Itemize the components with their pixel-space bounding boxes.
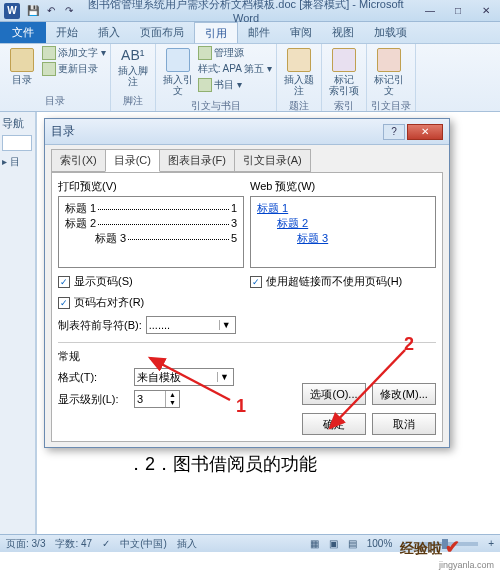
- footnote-icon: AB¹: [121, 48, 144, 63]
- group-index: 标记 索引项 索引: [322, 44, 367, 111]
- tab-leader-dropdown[interactable]: .......▼: [146, 316, 236, 334]
- dialog-tab-figures[interactable]: 图表目录(F): [159, 149, 235, 172]
- redo-icon[interactable]: ↷: [62, 4, 76, 18]
- status-page[interactable]: 页面: 3/3: [6, 537, 45, 551]
- annotation-label-1: 1: [236, 396, 246, 417]
- view-print-icon[interactable]: ▦: [310, 538, 319, 549]
- toc-icon: [10, 48, 34, 72]
- word-icon: W: [4, 3, 20, 19]
- nav-title: 导航: [2, 116, 33, 131]
- titlebar: W 💾 ↶ ↷ 图书馆管理系统用户需求分析文档模板.doc [兼容模式] - M…: [0, 0, 500, 22]
- use-hyperlink-checkbox[interactable]: ✓: [250, 276, 262, 288]
- add-text-button[interactable]: 添加文字 ▾: [42, 46, 106, 60]
- chevron-down-icon: ▼: [219, 320, 233, 330]
- dialog-close-button[interactable]: ✕: [407, 124, 443, 140]
- style-dropdown[interactable]: 样式: APA 第五 ▾: [198, 62, 272, 76]
- web-link-1: 标题 1: [257, 201, 429, 216]
- ok-button[interactable]: 确定: [302, 413, 366, 435]
- web-preview-label: Web 预览(W): [250, 179, 436, 194]
- tab-layout[interactable]: 页面布局: [130, 22, 194, 43]
- view-read-icon[interactable]: ▣: [329, 538, 338, 549]
- biblio-icon: [198, 78, 212, 92]
- dialog-title: 目录: [51, 123, 381, 140]
- status-words[interactable]: 字数: 47: [55, 537, 92, 551]
- right-align-checkbox[interactable]: ✓: [58, 297, 70, 309]
- maximize-button[interactable]: □: [444, 3, 472, 19]
- web-preview-box: 标题 1 标题 2 标题 3: [250, 196, 436, 268]
- spin-down-icon[interactable]: ▼: [166, 399, 179, 407]
- update-toc-button[interactable]: 更新目录: [42, 62, 106, 76]
- print-preview-box: 标题 11 标题 23 标题 35: [58, 196, 244, 268]
- status-proofing-icon[interactable]: ✓: [102, 538, 110, 549]
- status-language[interactable]: 中文(中国): [120, 537, 167, 551]
- group-citation: 插入引文 管理源 样式: APA 第五 ▾ 书目 ▾ 引文与书目: [156, 44, 277, 111]
- cancel-button[interactable]: 取消: [372, 413, 436, 435]
- tab-references[interactable]: 引用: [194, 22, 238, 43]
- file-tab[interactable]: 文件: [0, 22, 46, 43]
- show-page-numbers-checkbox[interactable]: ✓: [58, 276, 70, 288]
- zoom-level[interactable]: 100%: [367, 538, 393, 549]
- options-button[interactable]: 选项(O)...: [302, 383, 366, 405]
- right-align-label: 页码右对齐(R): [74, 295, 144, 310]
- show-level-input[interactable]: [135, 391, 165, 407]
- dialog-help-button[interactable]: ?: [383, 124, 405, 140]
- dialog-titlebar: 目录 ? ✕: [45, 119, 449, 145]
- show-page-numbers-label: 显示页码(S): [74, 274, 133, 289]
- modify-button[interactable]: 修改(M)...: [372, 383, 436, 405]
- bibliography-button[interactable]: 书目 ▾: [198, 78, 272, 92]
- annotation-label-2: 2: [404, 334, 414, 355]
- mark-index-button[interactable]: 标记 索引项: [326, 46, 362, 98]
- group-label-footnote: 脚注: [115, 93, 151, 109]
- manage-sources-button[interactable]: 管理源: [198, 46, 272, 60]
- toc-button[interactable]: 目录: [4, 46, 40, 87]
- tab-home[interactable]: 开始: [46, 22, 88, 43]
- document-heading: ．2．图书借阅员的功能: [127, 452, 317, 476]
- navigation-pane: 导航 ▸ 目: [0, 112, 36, 534]
- watermark-check-icon: ✔: [445, 536, 460, 558]
- show-level-label: 显示级别(L):: [58, 392, 128, 407]
- ribbon-tabs: 文件 开始 插入 页面布局 引用 邮件 审阅 视图 加载项: [0, 22, 500, 44]
- minimize-button[interactable]: —: [416, 3, 444, 19]
- index-icon: [332, 48, 356, 72]
- tab-review[interactable]: 审阅: [280, 22, 322, 43]
- add-text-icon: [42, 46, 56, 60]
- status-insert-mode[interactable]: 插入: [177, 537, 197, 551]
- show-level-spinner[interactable]: ▲▼: [134, 390, 180, 408]
- quick-access-toolbar: 💾 ↶ ↷: [26, 4, 76, 18]
- format-dropdown[interactable]: 来自模板▼: [134, 368, 234, 386]
- group-footnote: AB¹ 插入脚注 脚注: [111, 44, 156, 111]
- chevron-down-icon: ▼: [217, 372, 231, 382]
- save-icon[interactable]: 💾: [26, 4, 40, 18]
- mark-citation-button[interactable]: 标记引文: [371, 46, 407, 98]
- zoom-in-button[interactable]: +: [488, 538, 494, 549]
- divider: [58, 342, 436, 343]
- web-link-3: 标题 3: [297, 231, 429, 246]
- citation-icon: [166, 48, 190, 72]
- tab-mailings[interactable]: 邮件: [238, 22, 280, 43]
- format-label: 格式(T):: [58, 370, 128, 385]
- nav-item[interactable]: ▸ 目: [2, 155, 33, 169]
- close-button[interactable]: ✕: [472, 3, 500, 19]
- insert-citation-button[interactable]: 插入引文: [160, 46, 196, 98]
- dialog-body: 打印预览(V) 标题 11 标题 23 标题 35 ✓ 显示页码(S) ✓ 页码…: [51, 172, 443, 442]
- update-icon: [42, 62, 56, 76]
- toc-dialog: 目录 ? ✕ 索引(X) 目录(C) 图表目录(F) 引文目录(A) 打印预览(…: [44, 118, 450, 448]
- view-web-icon[interactable]: ▤: [348, 538, 357, 549]
- insert-caption-button[interactable]: 插入题注: [281, 46, 317, 98]
- caption-icon: [287, 48, 311, 72]
- spin-up-icon[interactable]: ▲: [166, 391, 179, 399]
- insert-footnote-button[interactable]: AB¹ 插入脚注: [115, 46, 151, 89]
- watermark-url: jingyanla.com: [439, 560, 494, 570]
- general-label: 常规: [58, 349, 436, 364]
- tab-insert[interactable]: 插入: [88, 22, 130, 43]
- dialog-tab-toc[interactable]: 目录(C): [105, 149, 160, 172]
- dialog-tab-authorities[interactable]: 引文目录(A): [234, 149, 311, 172]
- tab-view[interactable]: 视图: [322, 22, 364, 43]
- tab-addins[interactable]: 加载项: [364, 22, 417, 43]
- print-preview-label: 打印预览(V): [58, 179, 244, 194]
- nav-search-input[interactable]: [2, 135, 32, 151]
- group-toa: 标记引文 引文目录: [367, 44, 416, 111]
- undo-icon[interactable]: ↶: [44, 4, 58, 18]
- ribbon: 目录 添加文字 ▾ 更新目录 目录 AB¹ 插入脚注 脚注 插入引文 管理源: [0, 44, 500, 112]
- dialog-tab-index[interactable]: 索引(X): [51, 149, 106, 172]
